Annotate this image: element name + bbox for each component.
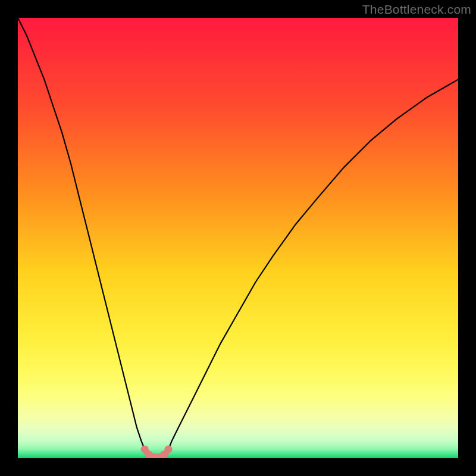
chart-plot xyxy=(18,18,458,458)
watermark-text: TheBottleneck.com xyxy=(362,2,471,17)
chart-background xyxy=(18,18,458,458)
marker-dot xyxy=(165,446,173,453)
chart-frame: TheBottleneck.com xyxy=(0,0,476,476)
